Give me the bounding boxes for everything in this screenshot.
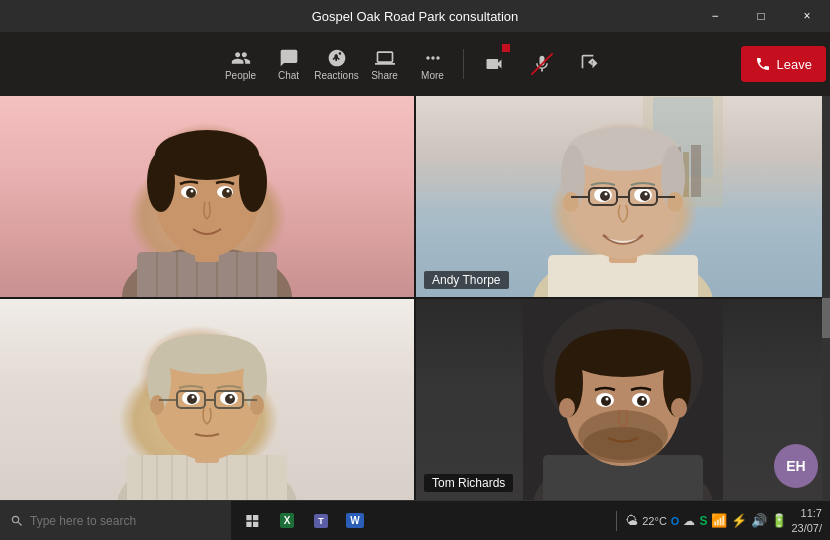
reactions-button[interactable]: Reactions (315, 42, 359, 86)
mic-button[interactable] (520, 42, 564, 86)
video-cell-4: Tom Richards EH (416, 299, 830, 500)
svg-point-17 (191, 189, 194, 192)
taskbar-icons: X T W (231, 505, 377, 537)
onedrive-icon[interactable]: ☁ (683, 514, 695, 528)
people-label: People (225, 70, 256, 81)
leave-label: Leave (777, 57, 812, 72)
present-button[interactable] (568, 42, 612, 86)
people-icon (231, 48, 251, 68)
person1-avatar (117, 96, 297, 297)
participant-video-1 (0, 96, 414, 297)
chat-label: Chat (278, 70, 299, 81)
svg-point-18 (227, 189, 230, 192)
svg-point-32 (667, 192, 683, 212)
svg-point-12 (239, 152, 267, 212)
network-icon[interactable]: 📶 (711, 513, 727, 528)
weather-icon: 🌤 (625, 513, 638, 528)
title-bar: Gospel Oak Road Park consultation − □ × (0, 0, 830, 32)
share-icon (375, 48, 395, 68)
svg-point-16 (222, 188, 232, 198)
svg-point-64 (225, 394, 235, 404)
share-button[interactable]: Share (363, 42, 407, 86)
more-button[interactable]: More (411, 42, 455, 86)
svg-point-59 (150, 395, 164, 415)
chat-button[interactable]: Chat (267, 42, 311, 86)
search-bar[interactable] (0, 501, 231, 541)
video-cell-3 (0, 299, 414, 500)
leave-button[interactable]: Leave (741, 46, 826, 82)
clock[interactable]: 11:7 23/07/ (791, 506, 822, 535)
word-button[interactable]: W (339, 505, 371, 537)
eh-avatar: EH (774, 444, 818, 488)
svg-point-87 (601, 396, 611, 406)
participant-video-2 (416, 96, 830, 297)
maximize-button[interactable]: □ (738, 0, 784, 32)
mic-slash-overlay (520, 42, 564, 86)
excel-icon: X (280, 513, 295, 528)
taskbar: X T W 🌤 22°C O ☁ S 📶 ⚡ 🔊 🔋 (0, 500, 830, 540)
person4-avatar (523, 299, 723, 500)
battery-icon[interactable]: 🔋 (771, 513, 787, 528)
more-label: More (421, 70, 444, 81)
excel-button[interactable]: X (271, 505, 303, 537)
teams-button[interactable]: T (305, 505, 337, 537)
scrollbar-thumb[interactable] (822, 298, 830, 338)
camera-icon (484, 54, 504, 74)
svg-point-88 (637, 396, 647, 406)
svg-point-35 (600, 191, 610, 201)
search-icon (10, 514, 24, 528)
window-title: Gospel Oak Road Park consultation (312, 9, 519, 24)
video-cell-2: Andy Thorpe (416, 96, 830, 297)
minimize-button[interactable]: − (692, 0, 738, 32)
person3-avatar (117, 299, 297, 500)
svg-point-84 (671, 398, 687, 418)
participant-video-3 (0, 299, 414, 500)
svg-point-38 (645, 192, 648, 195)
svg-point-63 (187, 394, 197, 404)
svg-point-80 (565, 329, 681, 377)
svg-point-79 (583, 427, 663, 463)
svg-point-28 (568, 127, 678, 171)
bluetooth-icon[interactable]: ⚡ (731, 513, 747, 528)
volume-icon[interactable]: 🔊 (751, 513, 767, 528)
teams-icon: T (314, 514, 328, 528)
scrollbar[interactable] (822, 96, 830, 500)
phone-icon (755, 56, 771, 72)
reactions-label: Reactions (314, 70, 358, 81)
search-input[interactable] (30, 514, 221, 528)
svg-point-56 (155, 334, 259, 374)
people-button[interactable]: People (219, 42, 263, 86)
weather-temp: 22°C (642, 515, 667, 527)
skype-icon[interactable]: S (699, 514, 707, 528)
word-icon: W (346, 513, 363, 528)
video-cell-1 (0, 96, 414, 297)
window-controls: − □ × (692, 0, 830, 32)
task-view-icon (245, 513, 261, 529)
clock-time: 11:7 (791, 506, 822, 520)
video-area: Andy Thorpe (0, 96, 830, 500)
svg-point-37 (605, 192, 608, 195)
name-tag-4: Tom Richards (424, 474, 513, 492)
svg-point-60 (250, 395, 264, 415)
svg-rect-23 (691, 145, 701, 197)
system-tray: 🌤 22°C O ☁ S 📶 ⚡ 🔊 🔋 (625, 513, 787, 528)
task-view-button[interactable] (237, 505, 269, 537)
chat-icon (279, 48, 299, 68)
name-tag-2: Andy Thorpe (424, 271, 509, 289)
svg-point-66 (230, 395, 233, 398)
svg-point-31 (563, 192, 579, 212)
person2-avatar (523, 96, 723, 297)
share-label: Share (371, 70, 398, 81)
reactions-icon (327, 48, 347, 68)
svg-point-90 (642, 397, 645, 400)
camera-button[interactable] (472, 42, 516, 86)
close-button[interactable]: × (784, 0, 830, 32)
participant-video-4 (416, 299, 830, 500)
svg-point-65 (192, 395, 195, 398)
svg-point-11 (147, 152, 175, 212)
camera-off-indicator (502, 44, 510, 52)
svg-point-36 (640, 191, 650, 201)
clock-date: 23/07/ (791, 521, 822, 535)
taskbar-right: 🌤 22°C O ☁ S 📶 ⚡ 🔊 🔋 11:7 23/07/ (608, 501, 830, 541)
outlook-icon[interactable]: O (671, 515, 680, 527)
